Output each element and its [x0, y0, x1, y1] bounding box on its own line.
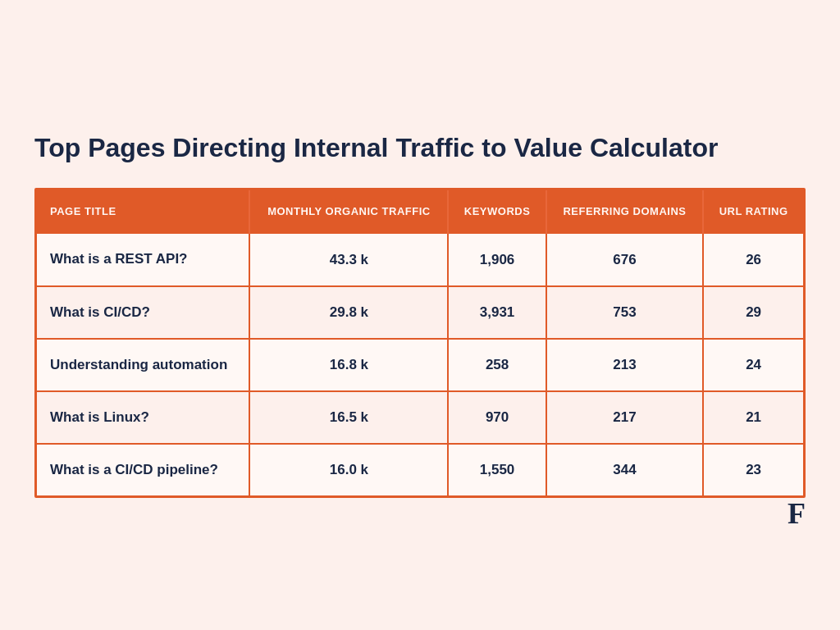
table-cell-row0-col0: What is a REST API? — [37, 233, 249, 285]
col-header-page-title: PAGE TITLE — [37, 190, 249, 233]
table-wrapper: PAGE TITLE MONTHLY ORGANIC TRAFFIC KEYWO… — [34, 188, 806, 497]
table-cell-row0-col2: 1,906 — [448, 233, 546, 285]
table-row: Understanding automation16.8 k25821324 — [37, 339, 803, 391]
table-cell-row1-col1: 29.8 k — [249, 286, 448, 339]
data-table: PAGE TITLE MONTHLY ORGANIC TRAFFIC KEYWO… — [37, 190, 803, 495]
main-container: Top Pages Directing Internal Traffic to … — [18, 107, 822, 523]
table-row: What is a CI/CD pipeline?16.0 k1,5503442… — [37, 444, 803, 495]
col-header-referring-domains: REFERRING DOMAINS — [546, 190, 704, 233]
table-cell-row2-col1: 16.8 k — [249, 339, 448, 391]
table-cell-row3-col4: 21 — [703, 391, 803, 444]
table-cell-row0-col4: 26 — [703, 233, 803, 285]
table-cell-row1-col4: 29 — [703, 286, 803, 339]
table-cell-row0-col1: 43.3 k — [249, 233, 448, 285]
table-cell-row4-col4: 23 — [703, 444, 803, 495]
table-header-row: PAGE TITLE MONTHLY ORGANIC TRAFFIC KEYWO… — [37, 190, 803, 233]
table-cell-row4-col2: 1,550 — [448, 444, 546, 495]
col-header-url-rating: URL RATING — [703, 190, 803, 233]
table-cell-row3-col2: 970 — [448, 391, 546, 444]
table-cell-row3-col3: 217 — [546, 391, 704, 444]
table-cell-row2-col0: Understanding automation — [37, 339, 249, 391]
table-cell-row1-col0: What is CI/CD? — [37, 286, 249, 339]
table-cell-row4-col0: What is a CI/CD pipeline? — [37, 444, 249, 495]
table-cell-row1-col3: 753 — [546, 286, 704, 339]
table-row: What is a REST API?43.3 k1,90667626 — [37, 233, 803, 285]
table-cell-row3-col1: 16.5 k — [249, 391, 448, 444]
table-cell-row2-col4: 24 — [703, 339, 803, 391]
table-cell-row3-col0: What is Linux? — [37, 391, 249, 444]
table-cell-row1-col2: 3,931 — [448, 286, 546, 339]
col-header-keywords: KEYWORDS — [448, 190, 546, 233]
table-cell-row2-col2: 258 — [448, 339, 546, 391]
table-row: What is Linux?16.5 k97021721 — [37, 391, 803, 444]
page-title: Top Pages Directing Internal Traffic to … — [34, 132, 806, 163]
table-cell-row4-col1: 16.0 k — [249, 444, 448, 495]
col-header-monthly-organic-traffic: MONTHLY ORGANIC TRAFFIC — [249, 190, 448, 233]
table-cell-row0-col3: 676 — [546, 233, 704, 285]
table-cell-row4-col3: 344 — [546, 444, 704, 495]
table-row: What is CI/CD?29.8 k3,93175329 — [37, 286, 803, 339]
brand-logo: F — [788, 496, 806, 531]
table-cell-row2-col3: 213 — [546, 339, 704, 391]
table-body: What is a REST API?43.3 k1,90667626What … — [37, 233, 803, 495]
